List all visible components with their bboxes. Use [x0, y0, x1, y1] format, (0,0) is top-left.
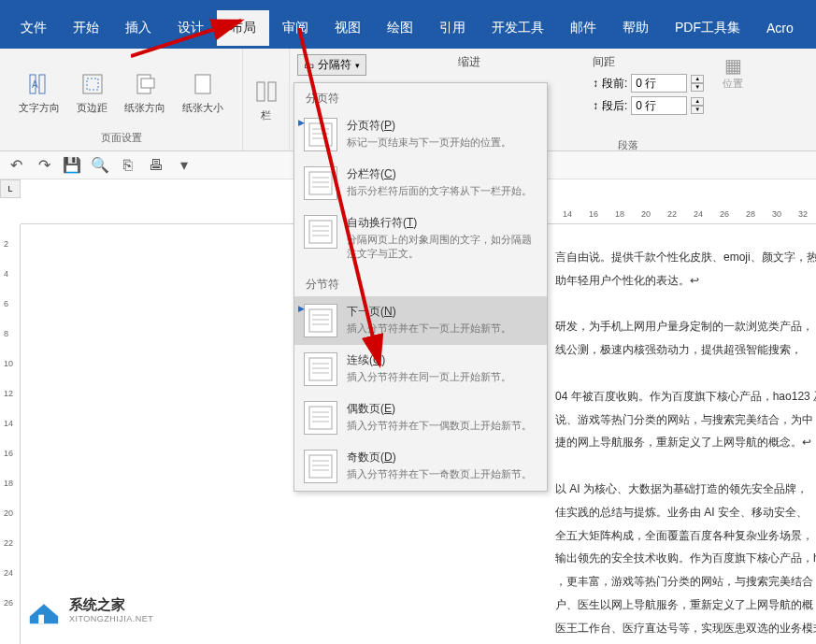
break-item-title: 下一页(N) — [347, 304, 537, 320]
watermark: 系统之家 XITONGZHIJIA.NET — [26, 592, 153, 627]
print-button[interactable]: 🖶 — [148, 157, 165, 174]
break-item-title: 连续(O) — [347, 352, 537, 368]
menu-acro[interactable]: Acro — [753, 11, 807, 45]
text-direction-icon: A — [24, 69, 54, 99]
svg-rect-18 — [309, 221, 332, 243]
menu-mail[interactable]: 邮件 — [557, 10, 609, 46]
svg-rect-6 — [141, 79, 154, 88]
break-item-desc: 插入分节符并在下一奇数页上开始新节。 — [347, 467, 537, 481]
section-breaks-header: 分节符 — [294, 269, 547, 296]
breaks-item-4[interactable]: 连续(O)插入分节符并在同一页上开始新节。 — [294, 345, 547, 394]
vertical-ruler[interactable]: 2468101214161820222426 — [0, 224, 21, 644]
breaks-button[interactable]: ▭ 分隔符 ▾ — [297, 54, 366, 76]
break-type-icon — [304, 401, 337, 435]
menu-pdf[interactable]: PDF工具集 — [662, 10, 753, 46]
spacing-after-label: 段后: — [602, 98, 627, 114]
quick-print-button[interactable]: ⎘ — [120, 157, 136, 174]
svg-rect-14 — [309, 172, 332, 194]
size-button[interactable]: 纸张大小 — [175, 52, 231, 131]
chevron-down-icon: ▾ — [355, 61, 360, 70]
orientation-button[interactable]: 纸张方向 — [117, 52, 173, 131]
svg-rect-40 — [38, 615, 44, 624]
break-item-title: 奇数页(D) — [347, 450, 537, 465]
page-setup-label: 页面设置 — [101, 131, 142, 147]
size-icon — [188, 69, 218, 99]
break-item-title: 自动换行符(T) — [347, 215, 537, 231]
break-type-icon — [304, 118, 337, 151]
columns-icon — [251, 77, 281, 107]
svg-rect-7 — [195, 75, 210, 93]
menu-design[interactable]: 设计 — [165, 10, 217, 46]
margins-button[interactable]: 页边距 — [69, 52, 115, 131]
break-item-desc: 插入分节符并在同一页上开始新节。 — [347, 370, 537, 384]
break-item-desc: 分隔网页上的对象周围的文字，如分隔题注文字与正文。 — [347, 233, 537, 262]
spacing-after-input[interactable] — [631, 96, 687, 115]
watermark-icon — [26, 592, 62, 627]
orientation-icon — [130, 69, 160, 99]
break-type-icon — [304, 304, 337, 337]
spacing-before-spinner[interactable]: ▲▼ — [691, 75, 704, 92]
breaks-item-2[interactable]: 自动换行符(T)分隔网页上的对象周围的文字，如分隔题注文字与正文。 — [294, 208, 547, 269]
breaks-item-5[interactable]: 偶数页(E)插入分节符并在下一偶数页上开始新节。 — [294, 394, 547, 442]
menu-draw[interactable]: 绘图 — [374, 10, 426, 46]
menu-review[interactable]: 审阅 — [269, 10, 322, 46]
break-item-desc: 插入分节符并在下一偶数页上开始新节。 — [347, 419, 537, 433]
triangle-icon: ▶ — [298, 304, 305, 313]
break-type-icon — [304, 352, 337, 386]
breaks-item-1[interactable]: 分栏符(C)指示分栏符后面的文字将从下一栏开始。 — [294, 159, 547, 208]
text-direction-button[interactable]: A 文字方向 — [11, 52, 67, 131]
svg-rect-34 — [309, 455, 332, 478]
menu-view[interactable]: 视图 — [322, 10, 374, 46]
break-type-icon — [304, 215, 337, 249]
svg-rect-9 — [268, 82, 276, 101]
columns-button[interactable]: 栏 — [244, 52, 289, 147]
ruler-corner: L — [0, 179, 21, 198]
arrow-up-icon: ↕ — [593, 77, 598, 90]
break-item-desc: 插入分节符并在下一页上开始新节。 — [347, 322, 537, 336]
redo-button[interactable]: ↷ — [36, 157, 52, 174]
svg-text:A: A — [32, 79, 38, 90]
menu-layout[interactable]: 布局 — [217, 10, 269, 46]
breaks-item-6[interactable]: 奇数页(D)插入分节符并在下一奇数页上开始新节。 — [294, 442, 547, 491]
menu-references[interactable]: 引用 — [426, 10, 479, 46]
breaks-dropdown: 分页符 ▶分页符(P)标记一页结束与下一页开始的位置。分栏符(C)指示分栏符后面… — [293, 82, 548, 492]
breaks-icon: ▭ — [304, 59, 314, 72]
breaks-item-3[interactable]: ▶下一页(N)插入分节符并在下一页上开始新节。 — [294, 296, 547, 345]
undo-button[interactable]: ↶ — [7, 157, 24, 174]
indent-label: 缩进 — [458, 54, 480, 70]
break-item-title: 分栏符(C) — [347, 166, 537, 182]
spacing-before-input[interactable] — [631, 74, 687, 93]
break-item-title: 偶数页(E) — [347, 401, 537, 417]
break-type-icon — [304, 166, 337, 200]
svg-rect-30 — [309, 407, 332, 429]
margins-icon — [78, 69, 107, 99]
document-text: 言自由说。提供千款个性化皮肤、emoji、颜文字，热助年轻用户个性化的表达。↩ … — [555, 247, 816, 644]
menu-help[interactable]: 帮助 — [609, 10, 662, 46]
break-item-title: 分页符(P) — [347, 118, 537, 134]
break-item-desc: 标记一页结束与下一页开始的位置。 — [347, 136, 537, 150]
position-button[interactable]: ▦ 位置 — [713, 49, 752, 150]
save-button[interactable]: 💾 — [64, 157, 80, 174]
page-breaks-header: 分页符 — [294, 83, 547, 110]
break-type-icon — [304, 450, 337, 483]
svg-rect-8 — [257, 82, 265, 101]
menu-file[interactable]: 文件 — [7, 10, 60, 46]
break-item-desc: 指示分栏符后面的文字将从下一栏开始。 — [347, 184, 537, 198]
svg-rect-4 — [87, 79, 98, 90]
svg-rect-22 — [309, 309, 332, 332]
breaks-item-0[interactable]: ▶分页符(P)标记一页结束与下一页开始的位置。 — [294, 110, 547, 159]
svg-rect-1 — [39, 75, 45, 93]
spacing-before-label: 段前: — [602, 76, 627, 92]
menu-bar: 文件 开始 插入 设计 布局 审阅 视图 绘图 引用 开发工具 邮件 帮助 PD… — [0, 7, 816, 49]
preview-button[interactable]: 🔍 — [92, 157, 108, 174]
triangle-icon: ▶ — [298, 118, 305, 127]
position-icon: ▦ — [724, 54, 742, 77]
paragraph-group-label: 段落 — [618, 138, 638, 152]
menu-developer[interactable]: 开发工具 — [479, 10, 557, 46]
svg-rect-26 — [309, 358, 332, 380]
svg-rect-10 — [309, 123, 332, 146]
qat-more-button[interactable]: ▾ — [176, 157, 193, 174]
menu-home[interactable]: 开始 — [60, 10, 112, 46]
spacing-after-spinner[interactable]: ▲▼ — [691, 97, 704, 114]
menu-insert[interactable]: 插入 — [112, 10, 165, 46]
